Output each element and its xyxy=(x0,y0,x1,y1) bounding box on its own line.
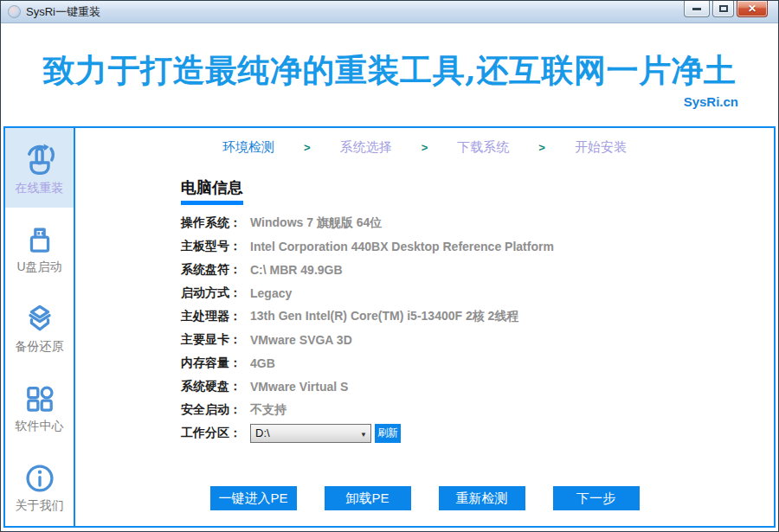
main-frame: 在线重装 U盘启动 xyxy=(3,126,776,528)
refresh-button[interactable]: 刷新 xyxy=(375,424,401,443)
recheck-button[interactable]: 重新检测 xyxy=(439,486,525,510)
info-circle-icon xyxy=(21,459,59,497)
chevron-right-icon: > xyxy=(304,141,311,154)
sidebar-item-about-us[interactable]: 关于我们 xyxy=(5,446,74,526)
next-step-button[interactable]: 下一步 xyxy=(553,486,640,510)
sidebar: 在线重装 U盘启动 xyxy=(5,128,75,526)
maximize-icon xyxy=(719,5,728,12)
step-download-system: 下载系统 xyxy=(457,139,509,156)
info-row: 内存容量： 4GB xyxy=(181,351,774,375)
slogan-text: 致力于打造最纯净的重装工具,还互联网一片净土 xyxy=(1,49,778,93)
work-partition-row: 工作分区： D:\ ▼ 刷新 xyxy=(181,421,774,445)
close-button[interactable]: ✕ xyxy=(737,1,768,17)
step-start-install: 开始安装 xyxy=(575,139,627,156)
window-title: SysRi一键重装 xyxy=(26,4,100,20)
sidebar-item-online-reinstall[interactable]: 在线重装 xyxy=(5,128,74,208)
app-grid-icon xyxy=(21,380,59,418)
sidebar-item-backup-restore[interactable]: 备份还原 xyxy=(5,287,74,367)
info-row: 安全启动： 不支持 xyxy=(181,398,774,421)
app-logo-icon xyxy=(8,5,21,18)
partition-dropdown[interactable]: D:\ ▼ xyxy=(250,424,371,443)
minimize-button[interactable] xyxy=(684,1,710,17)
sidebar-item-label: 备份还原 xyxy=(16,339,64,355)
usb-drive-icon xyxy=(21,221,59,259)
sidebar-item-label: U盘启动 xyxy=(16,260,61,275)
chevron-right-icon: > xyxy=(538,141,545,154)
steps-nav: 环境检测 > 系统选择 > 下载系统 > 开始安装 xyxy=(75,139,774,156)
action-buttons: 一键进入PE 卸载PE 重新检测 下一步 xyxy=(75,486,774,510)
info-row: 主板型号： Intel Corporation 440BX Desktop Re… xyxy=(181,234,774,258)
page-title: 电脑信息 xyxy=(181,177,243,205)
sidebar-item-label: 软件中心 xyxy=(16,419,64,434)
sidebar-item-label: 在线重装 xyxy=(16,181,64,196)
info-row: 主处理器： 13th Gen Intel(R) Core(TM) i5-1340… xyxy=(181,304,774,328)
step-env-check: 环境检测 xyxy=(222,139,274,156)
site-url: SysRi.cn xyxy=(1,94,778,109)
enter-pe-button[interactable]: 一键进入PE xyxy=(210,486,297,510)
window-controls: ✕ xyxy=(684,1,768,17)
info-row: 系统盘符： C:\ MBR 49.9GB xyxy=(181,258,774,281)
hand-refresh-icon xyxy=(20,140,60,180)
info-row: 主要显卡： VMware SVGA 3D xyxy=(181,328,774,351)
info-row: 操作系统： Windows 7 旗舰版 64位 xyxy=(181,211,774,234)
chevron-right-icon: > xyxy=(422,141,428,154)
backup-box-icon xyxy=(21,300,59,338)
maximize-button[interactable] xyxy=(712,1,734,17)
app-window: SysRi一键重装 ✕ 致力于打造最纯净的重装工具,还互联网一片净土 SysRi… xyxy=(0,0,779,532)
sidebar-item-usb-boot[interactable]: U盘启动 xyxy=(5,208,74,287)
computer-info-list: 操作系统： Windows 7 旗舰版 64位 主板型号： Intel Corp… xyxy=(181,211,774,445)
step-system-select: 系统选择 xyxy=(340,139,392,156)
info-row: 系统硬盘： VMware Virtual S xyxy=(181,375,774,398)
info-row: 启动方式： Legacy xyxy=(181,281,774,304)
sidebar-item-label: 关于我们 xyxy=(16,498,64,514)
title-bar[interactable]: SysRi一键重装 xyxy=(1,1,778,23)
minimize-icon xyxy=(692,8,701,10)
content-area: 环境检测 > 系统选择 > 下载系统 > 开始安装 电脑信息 操作系统： Win… xyxy=(75,128,774,526)
sidebar-item-software-center[interactable]: 软件中心 xyxy=(5,367,74,446)
dropdown-arrow-icon: ▼ xyxy=(360,431,367,439)
partition-selected-value: D:\ xyxy=(255,426,270,439)
uninstall-pe-button[interactable]: 卸载PE xyxy=(325,486,411,510)
close-icon: ✕ xyxy=(748,3,756,14)
